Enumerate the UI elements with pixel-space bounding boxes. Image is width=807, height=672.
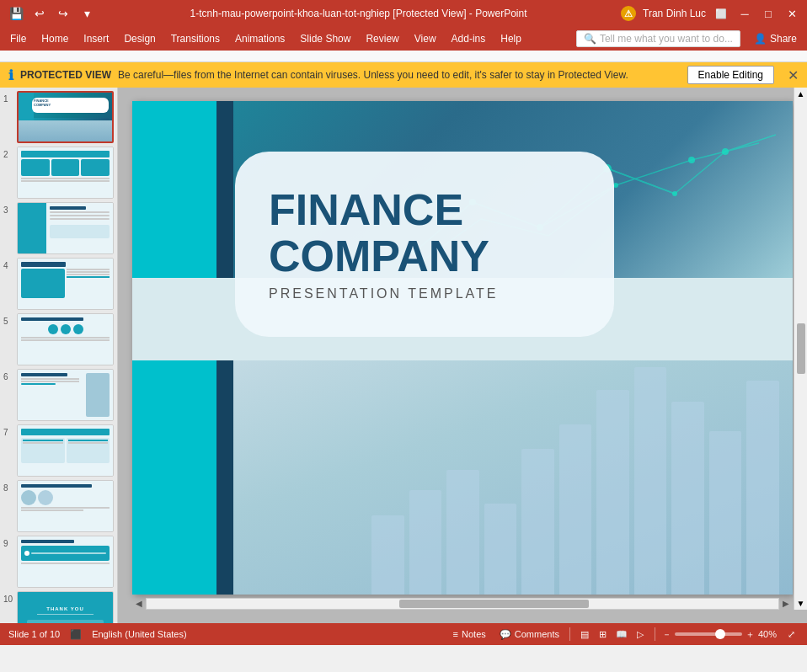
- slide-image-8[interactable]: [17, 480, 114, 532]
- minimize-btn[interactable]: ─: [736, 5, 753, 22]
- menu-bar: File Home Insert Design Transitions Anim…: [0, 27, 807, 51]
- bar-3: [446, 470, 479, 595]
- scroll-right-btn[interactable]: ▶: [779, 597, 793, 609]
- share-button[interactable]: 👤 Share: [747, 31, 804, 46]
- menu-transitions[interactable]: Transitions: [164, 30, 227, 47]
- menu-addins[interactable]: Add-ins: [445, 30, 493, 47]
- menu-slideshow[interactable]: Slide Show: [293, 30, 357, 47]
- zoom-area: － ＋ 40%: [662, 628, 777, 641]
- normal-view-icon[interactable]: ▤: [577, 627, 592, 642]
- title-bar: 💾 ↩ ↪ ▾ 1-tcnh-mau-powerpoint-khoa-luan-…: [0, 0, 807, 27]
- status-separator-2: [655, 627, 655, 641]
- redo-icon[interactable]: ↪: [54, 4, 72, 23]
- slide-thumb-5[interactable]: 5: [3, 313, 114, 365]
- h-scroll-container: ◀ ▶: [132, 596, 793, 610]
- menu-view[interactable]: View: [408, 30, 443, 47]
- slide-panel: 1 FINANCECOMPANY 2: [0, 88, 118, 623]
- zoom-slider[interactable]: [675, 632, 742, 636]
- notes-label: Notes: [462, 629, 486, 639]
- zoom-out-btn[interactable]: －: [662, 628, 671, 641]
- bar-10: [709, 431, 742, 595]
- enable-editing-button[interactable]: Enable Editing: [687, 66, 774, 84]
- slide-thumb-10[interactable]: 10 THANK YOU: [3, 591, 114, 623]
- scroll-thumb[interactable]: [399, 600, 589, 608]
- view-icons: ▤ ⊞ 📖 ▷: [577, 627, 648, 642]
- info-icon: ℹ: [8, 67, 13, 83]
- slide-image-3[interactable]: [17, 202, 114, 254]
- chart-bars: [371, 367, 793, 595]
- language: English (United States): [92, 629, 187, 639]
- scroll-down-btn[interactable]: ▼: [797, 599, 805, 608]
- fit-window-btn[interactable]: ⤢: [783, 627, 799, 642]
- svg-point-10: [688, 157, 695, 163]
- scroll-left-btn[interactable]: ◀: [132, 597, 146, 609]
- zoom-in-btn[interactable]: ＋: [746, 628, 755, 641]
- quick-access-toolbar: 💾 ↩ ↪ ▾: [7, 4, 96, 23]
- zoom-thumb[interactable]: [715, 629, 725, 639]
- slide-show-icon[interactable]: ▷: [633, 627, 648, 642]
- restore-down-btn[interactable]: ⬜: [713, 5, 730, 22]
- slide-image-2[interactable]: [17, 147, 114, 199]
- zoom-percent: 40%: [758, 629, 777, 639]
- slide-image-10[interactable]: THANK YOU: [17, 591, 114, 623]
- v-scroll-thumb[interactable]: [797, 323, 805, 374]
- comments-button[interactable]: 💬 Comments: [496, 627, 563, 642]
- bar-5: [521, 449, 554, 595]
- bar-6: [559, 424, 592, 595]
- slide-thumb-3[interactable]: 3: [3, 202, 114, 254]
- slide-title: FINANCE COMPANY: [269, 187, 580, 279]
- protected-view-bar: ℹ PROTECTED VIEW Be careful—files from t…: [0, 62, 807, 88]
- vertical-scrollbar[interactable]: ▲ ▼: [794, 88, 807, 610]
- menu-animations[interactable]: Animations: [228, 30, 291, 47]
- close-btn[interactable]: ✕: [783, 5, 800, 22]
- slide-image-1[interactable]: FINANCECOMPANY: [17, 91, 114, 143]
- dark-bar-bottom: [216, 360, 233, 595]
- slide-thumb-2[interactable]: 2: [3, 147, 114, 199]
- slide-thumb-6[interactable]: 6: [3, 369, 114, 421]
- slide-thumb-7[interactable]: 7: [3, 424, 114, 477]
- menu-insert[interactable]: Insert: [77, 30, 115, 47]
- menu-help[interactable]: Help: [494, 30, 528, 47]
- slide-canvas: FINANCE COMPANY PRESENTATION TEMPLATE: [132, 101, 793, 595]
- slide-thumb-4[interactable]: 4: [3, 258, 114, 310]
- menu-file[interactable]: File: [3, 30, 33, 47]
- slide-subtitle: PRESENTATION TEMPLATE: [269, 286, 580, 301]
- slide-image-7[interactable]: [17, 424, 114, 477]
- teal-bar-top: [132, 101, 216, 278]
- svg-point-6: [672, 191, 677, 196]
- slide-thumb-1[interactable]: 1 FINANCECOMPANY: [3, 91, 114, 143]
- comments-label: Comments: [515, 629, 559, 639]
- slide-thumb-8[interactable]: 8: [3, 480, 114, 532]
- bar-8: [634, 367, 667, 595]
- horizontal-scrollbar[interactable]: [146, 598, 779, 610]
- maximize-btn[interactable]: □: [760, 5, 777, 22]
- menu-review[interactable]: Review: [359, 30, 405, 47]
- tell-me-box[interactable]: 🔍 Tell me what you want to do...: [576, 30, 740, 47]
- slide-image-9[interactable]: [17, 536, 114, 588]
- slide-thumb-9[interactable]: 9: [3, 536, 114, 588]
- warning-icon: ⚠: [621, 6, 636, 21]
- slide-image-4[interactable]: [17, 258, 114, 310]
- slide-image-5[interactable]: [17, 313, 114, 365]
- close-protected-bar[interactable]: ✕: [788, 67, 799, 83]
- protected-message: Be careful—files from the Internet can c…: [118, 69, 681, 81]
- bar-9: [671, 402, 704, 595]
- slide-image-6[interactable]: [17, 369, 114, 421]
- customize-icon[interactable]: ▾: [77, 4, 96, 23]
- slide-info: Slide 1 of 10: [8, 629, 60, 639]
- scroll-up-btn[interactable]: ▲: [797, 89, 805, 99]
- svg-line-1: [607, 168, 675, 194]
- tell-me-label: Tell me what you want to do...: [600, 33, 733, 45]
- comments-icon: 💬: [500, 629, 511, 640]
- menu-design[interactable]: Design: [117, 30, 162, 47]
- protected-label: PROTECTED VIEW: [20, 69, 111, 81]
- notes-button[interactable]: ≡ Notes: [450, 627, 489, 641]
- reading-view-icon[interactable]: 📖: [614, 627, 629, 642]
- status-right: ≡ Notes 💬 Comments ▤ ⊞ 📖 ▷ － ＋ 40% ⤢: [450, 627, 799, 642]
- bar-11: [746, 381, 779, 595]
- undo-icon[interactable]: ↩: [30, 4, 49, 23]
- save-icon[interactable]: 💾: [7, 4, 25, 23]
- menu-home[interactable]: Home: [35, 30, 75, 47]
- slide-sorter-icon[interactable]: ⊞: [596, 627, 611, 642]
- svg-point-7: [722, 148, 729, 155]
